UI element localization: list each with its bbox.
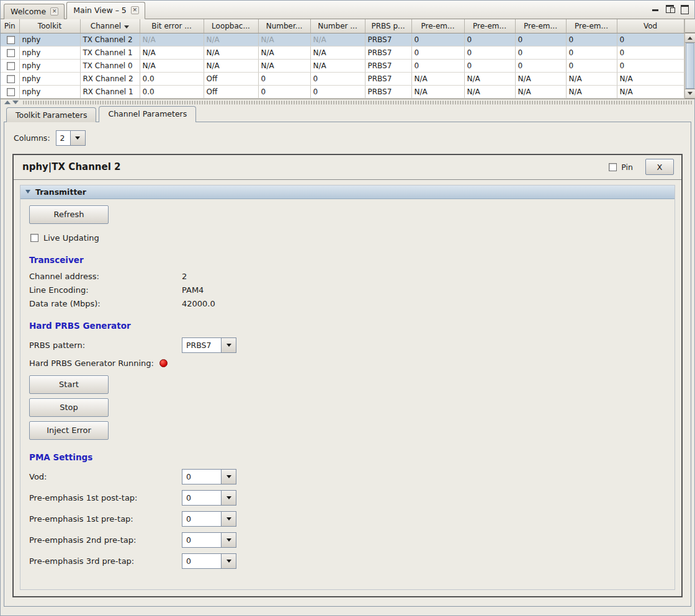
live-updating-label: Live Updating bbox=[43, 233, 99, 243]
close-icon[interactable] bbox=[50, 7, 58, 16]
channel-table-area: Pin Toolkit Channel Bit error ... Loopba… bbox=[1, 19, 694, 99]
vod-dropdown[interactable]: 0 bbox=[182, 469, 236, 484]
col-header-toolkit[interactable]: Toolkit bbox=[19, 19, 80, 33]
col-header-loopback[interactable]: Loopbac... bbox=[204, 19, 258, 33]
columns-dropdown[interactable]: 2 bbox=[56, 130, 86, 146]
col-header-pre-em-1[interactable]: Pre-em... bbox=[411, 19, 464, 33]
cell-pin bbox=[1, 33, 19, 46]
col-header-bit-error[interactable]: Bit error ... bbox=[140, 19, 204, 33]
channel-panel-title: nphy|TX Channel 2 bbox=[22, 161, 121, 172]
scroll-up-button[interactable] bbox=[685, 33, 695, 43]
tab-channel-parameters[interactable]: Channel Parameters bbox=[99, 106, 196, 122]
cell-pre-em-2: 0 bbox=[464, 33, 515, 46]
cell-loopback: Off bbox=[204, 85, 258, 98]
tab-main-view-label: Main View – 5 bbox=[73, 6, 127, 15]
collapse-up-icon[interactable] bbox=[4, 100, 11, 104]
cell-vod: N/A bbox=[617, 72, 684, 85]
cell-pre-em-2: 0 bbox=[464, 46, 515, 59]
table-row[interactable]: nphy RX Channel 1 0.0 Off 0 0 PRBS7 N/A … bbox=[1, 85, 684, 98]
collapse-down-icon[interactable] bbox=[12, 100, 19, 104]
table-row[interactable]: nphy TX Channel 0 N/A N/A N/A N/A PRBS7 … bbox=[1, 59, 684, 72]
col-header-pin[interactable]: Pin bbox=[1, 19, 19, 33]
table-row[interactable]: nphy RX Channel 2 0.0 Off 0 0 PRBS7 N/A … bbox=[1, 72, 684, 85]
cell-loopback: Off bbox=[204, 72, 258, 85]
refresh-button[interactable]: Refresh bbox=[29, 205, 109, 224]
cell-prbs-pattern: PRBS7 bbox=[365, 72, 411, 85]
splitter-handle[interactable] bbox=[22, 100, 692, 104]
close-panel-button[interactable]: X bbox=[645, 159, 674, 175]
col-header-number-a[interactable]: Number... bbox=[258, 19, 310, 33]
pre-emphasis-3rd-pre-tap-dropdown[interactable]: 0 bbox=[182, 553, 236, 569]
cell-pin bbox=[1, 46, 19, 59]
horizontal-splitter[interactable] bbox=[1, 99, 694, 106]
live-updating-checkbox-row[interactable]: Live Updating bbox=[30, 233, 675, 243]
pre-emphasis-2nd-pre-tap-row: Pre-emphasis 2nd pre-tap: 0 bbox=[29, 532, 675, 548]
col-header-vod[interactable]: Vod bbox=[617, 19, 684, 33]
table-row[interactable]: nphy TX Channel 2 N/A N/A N/A N/A PRBS7 … bbox=[1, 33, 684, 46]
inject-error-button[interactable]: Inject Error bbox=[29, 421, 109, 440]
cell-channel: TX Channel 0 bbox=[80, 59, 140, 72]
col-header-pre-em-4[interactable]: Pre-em... bbox=[566, 19, 617, 33]
close-icon[interactable] bbox=[131, 6, 139, 14]
pin-checkbox[interactable] bbox=[7, 36, 15, 44]
pre-emphasis-1st-post-tap-label: Pre-emphasis 1st post-tap: bbox=[29, 493, 182, 502]
channel-parameters-panel: Columns: 2 nphy|TX Channel 2 Pin X Trans… bbox=[4, 122, 691, 607]
channel-table: Pin Toolkit Channel Bit error ... Loopba… bbox=[1, 19, 684, 99]
col-header-pre-em-2[interactable]: Pre-em... bbox=[464, 19, 515, 33]
channel-address-row: Channel address: 2 bbox=[29, 272, 675, 281]
cell-bit-error: N/A bbox=[140, 59, 204, 72]
scrollbar-thumb[interactable] bbox=[686, 43, 694, 89]
scrollbar-track[interactable] bbox=[685, 43, 695, 89]
pin-panel-label: Pin bbox=[621, 163, 633, 172]
stop-button[interactable]: Stop bbox=[29, 398, 109, 417]
pre-emphasis-1st-post-tap-value: 0 bbox=[182, 491, 221, 505]
line-encoding-row: Line Encoding: PAM4 bbox=[29, 285, 675, 295]
hard-prbs-heading: Hard PRBS Generator bbox=[29, 321, 675, 331]
minimize-icon[interactable] bbox=[651, 4, 661, 13]
tab-toolkit-parameters[interactable]: Toolkit Parameters bbox=[6, 107, 96, 122]
channel-panel-header: nphy|TX Channel 2 Pin X bbox=[14, 155, 681, 180]
col-header-pre-em-3[interactable]: Pre-em... bbox=[515, 19, 566, 33]
table-row[interactable]: nphy TX Channel 1 N/A N/A N/A N/A PRBS7 … bbox=[1, 46, 684, 59]
cell-pre-em-3: 0 bbox=[515, 59, 566, 72]
cell-loopback: N/A bbox=[204, 59, 258, 72]
dropdown-arrow-button bbox=[221, 533, 236, 547]
tab-main-view[interactable]: Main View – 5 bbox=[66, 2, 145, 19]
col-header-channel[interactable]: Channel bbox=[80, 19, 140, 33]
tab-toolkit-parameters-label: Toolkit Parameters bbox=[16, 110, 87, 120]
restore-icon[interactable] bbox=[665, 4, 675, 13]
pin-checkbox[interactable] bbox=[7, 88, 15, 96]
scroll-down-button[interactable] bbox=[685, 89, 695, 99]
col-header-number-b[interactable]: Number ... bbox=[310, 19, 365, 33]
cell-toolkit: nphy bbox=[19, 33, 80, 46]
live-updating-checkbox[interactable] bbox=[30, 234, 38, 242]
tab-welcome[interactable]: Welcome bbox=[4, 4, 65, 19]
start-button[interactable]: Start bbox=[29, 375, 109, 394]
col-header-prbs-pattern[interactable]: PRBS p... bbox=[365, 19, 411, 33]
pin-checkbox[interactable] bbox=[7, 49, 15, 57]
cell-pre-em-4: N/A bbox=[566, 72, 617, 85]
maximize-icon[interactable] bbox=[679, 4, 689, 13]
pin-checkbox[interactable] bbox=[7, 62, 15, 70]
transmitter-section-header[interactable]: Transmitter bbox=[20, 185, 675, 199]
cell-number-a: N/A bbox=[258, 59, 310, 72]
cell-pre-em-4: 0 bbox=[566, 46, 617, 59]
vertical-scrollbar[interactable] bbox=[684, 19, 695, 99]
cell-channel: TX Channel 1 bbox=[80, 46, 140, 59]
cell-pre-em-2: N/A bbox=[464, 72, 515, 85]
pre-emphasis-1st-pre-tap-dropdown[interactable]: 0 bbox=[182, 511, 236, 527]
dropdown-arrow-button bbox=[70, 131, 85, 145]
pin-checkbox[interactable] bbox=[7, 75, 15, 83]
pin-panel-checkbox[interactable] bbox=[609, 163, 617, 171]
cell-pre-em-4: 0 bbox=[566, 59, 617, 72]
pre-emphasis-1st-pre-tap-label: Pre-emphasis 1st pre-tap: bbox=[29, 514, 182, 524]
pre-emphasis-2nd-pre-tap-dropdown[interactable]: 0 bbox=[182, 532, 236, 548]
cell-number-a: N/A bbox=[258, 33, 310, 46]
cell-prbs-pattern: PRBS7 bbox=[365, 33, 411, 46]
prbs-running-indicator bbox=[159, 359, 168, 367]
transmitter-section: Transmitter Refresh Live Updating Transc… bbox=[20, 185, 675, 590]
pre-emphasis-1st-post-tap-dropdown[interactable]: 0 bbox=[182, 490, 236, 506]
vod-label: Vod: bbox=[29, 472, 182, 481]
prbs-pattern-dropdown[interactable]: PRBS7 bbox=[182, 337, 236, 353]
vod-value: 0 bbox=[182, 470, 221, 484]
